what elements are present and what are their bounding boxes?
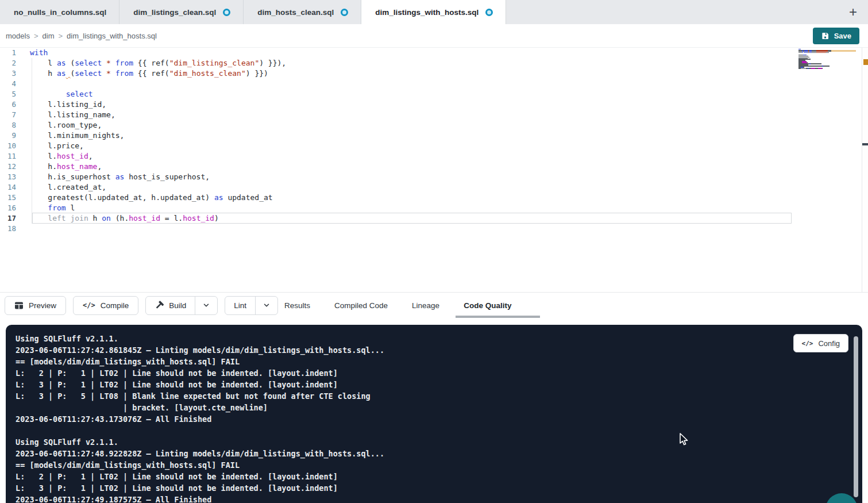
breadcrumb-item[interactable]: dim: [43, 32, 55, 40]
breadcrumb-item[interactable]: dim_listings_with_hosts.sql: [67, 32, 157, 40]
line-number: 11: [0, 151, 23, 162]
terminal-line: Using SQLFluff v2.1.1.: [16, 333, 839, 344]
line-number: 4: [0, 79, 23, 89]
line-number: 15: [0, 193, 23, 203]
lint-button[interactable]: Lint: [225, 297, 255, 314]
code-text: l.listing_name,: [23, 110, 115, 120]
editor-line: 1with: [0, 48, 868, 58]
terminal-scrollbar[interactable]: [854, 336, 858, 497]
code-text: h.host_name,: [23, 162, 102, 172]
file-tab[interactable]: no_nulls_in_columns.sql: [0, 0, 119, 24]
file-tab[interactable]: dim_listings_with_hosts.sql: [361, 0, 506, 24]
code-text: h.is_superhost as host_is_superhost,: [23, 172, 210, 182]
code-text: l.room_type,: [23, 120, 102, 130]
compile-button[interactable]: </> Compile: [73, 296, 138, 315]
line-number: 1: [0, 48, 23, 58]
line-number: 10: [0, 141, 23, 151]
editor-line: 4: [0, 79, 868, 89]
line-number: 2: [0, 58, 23, 68]
terminal-line: | bracket. [layout.cte_newline]: [16, 402, 839, 413]
indent-guide: [32, 58, 32, 224]
code-brackets-icon: </>: [83, 301, 95, 309]
new-tab-button[interactable]: +: [843, 0, 863, 24]
terminal-line: L: 3 | P: 1 | LT02 | Line should not be …: [16, 482, 839, 494]
editor-line: 7 l.listing_name,: [0, 110, 868, 120]
lint-button-group: Lint: [225, 296, 278, 315]
editor-line: 11 l.host_id,: [0, 151, 868, 162]
code-text: select: [23, 89, 93, 99]
minimap-line: [798, 50, 856, 52]
line-number: 7: [0, 110, 23, 120]
terminal-line: L: 3 | P: 1 | LT02 | Line should not be …: [16, 379, 839, 390]
terminal-output: Using SQLFluff v2.1.1.2023-06-06T11:27:4…: [16, 333, 839, 503]
code-text: h as (select * from {{ ref("dim_hosts_cl…: [23, 68, 268, 79]
line-number: 6: [0, 99, 23, 110]
terminal-line: L: 3 | P: 5 | LT08 | Blank line expected…: [16, 390, 839, 402]
code-editor[interactable]: 1with2 l as (select * from {{ ref("dim_l…: [0, 47, 868, 292]
lint-terminal: Using SQLFluff v2.1.1.2023-06-06T11:27:4…: [6, 325, 862, 503]
build-button[interactable]: Build: [146, 297, 195, 314]
result-tab-code-quality[interactable]: Code Quality: [456, 293, 519, 318]
unsaved-changes-icon: [341, 9, 348, 16]
preview-table-icon: [14, 301, 24, 310]
breadcrumb-item[interactable]: models: [6, 32, 30, 40]
line-number: 13: [0, 172, 23, 182]
file-tab-label: no_nulls_in_columns.sql: [14, 8, 106, 17]
breadcrumb-separator-icon: >: [34, 32, 38, 40]
cursor-position-marker: [862, 143, 868, 145]
code-text: l.listing_id,: [23, 99, 106, 110]
code-text: left join h on (h.host_id = l.host_id): [23, 213, 219, 224]
chevron-down-icon: [263, 301, 271, 309]
minimap[interactable]: [798, 49, 856, 70]
unsaved-changes-icon: [223, 9, 230, 16]
result-tab-results[interactable]: Results: [276, 293, 318, 318]
build-button-group: Build: [145, 296, 218, 315]
terminal-line: 2023-06-06T11:27:48.922828Z — Linting mo…: [16, 448, 839, 459]
file-tab-label: dim_hosts_clean.sql: [257, 8, 334, 17]
warning-marker: [863, 59, 868, 65]
editor-line: 9 l.minimum_nights,: [0, 130, 868, 141]
code-text: l as (select * from {{ ref("dim_listings…: [23, 58, 286, 68]
file-tab[interactable]: dim_listings_clean.sql: [119, 0, 244, 24]
breadcrumb-bar: models>dim>dim_listings_with_hosts.sql S…: [0, 24, 868, 47]
editor-line: 18: [0, 224, 868, 234]
preview-button[interactable]: Preview: [5, 296, 66, 315]
editor-line: 13 h.is_superhost as host_is_superhost,: [0, 172, 868, 182]
editor-lines: 1with2 l as (select * from {{ ref("dim_l…: [0, 48, 868, 234]
editor-line: 15 greatest(l.updated_at, h.updated_at) …: [0, 193, 868, 203]
ide-window: no_nulls_in_columns.sqldim_listings_clea…: [0, 0, 868, 503]
code-text: l.host_id,: [23, 151, 93, 162]
lint-dropdown-button[interactable]: [255, 297, 277, 314]
breadcrumb: models>dim>dim_listings_with_hosts.sql: [6, 32, 157, 40]
editor-line: 16 from l: [0, 203, 868, 213]
build-dropdown-button[interactable]: [195, 297, 217, 314]
chevron-down-icon: [202, 301, 210, 309]
code-text: [23, 79, 30, 89]
config-button[interactable]: </> Config: [793, 334, 848, 352]
line-number: 12: [0, 162, 23, 172]
code-text: [23, 224, 30, 234]
editor-line: 3 h as (select * from {{ ref("dim_hosts_…: [0, 68, 868, 79]
file-tab-label: dim_listings_clean.sql: [133, 8, 216, 17]
file-tabs-container: no_nulls_in_columns.sqldim_listings_clea…: [0, 0, 506, 24]
editor-line: 6 l.listing_id,: [0, 99, 868, 110]
line-number: 14: [0, 182, 23, 193]
line-number: 18: [0, 224, 23, 234]
editor-line: 12 h.host_name,: [0, 162, 868, 172]
code-text: from l: [23, 203, 75, 213]
terminal-line: Using SQLFluff v2.1.1.: [16, 436, 839, 448]
editor-line: 8 l.room_type,: [0, 120, 868, 130]
terminal-line: == [models/dim/dim_listings_with_hosts.s…: [16, 356, 839, 367]
file-tab-label: dim_listings_with_hosts.sql: [375, 8, 479, 17]
unsaved-changes-icon: [485, 9, 493, 16]
save-button[interactable]: Save: [813, 28, 859, 44]
line-number: 8: [0, 120, 23, 130]
file-tab-bar: no_nulls_in_columns.sqldim_listings_clea…: [0, 0, 868, 24]
line-number: 9: [0, 130, 23, 141]
editor-line: 14 l.created_at,: [0, 182, 868, 193]
line-number: 5: [0, 89, 23, 99]
result-tab-lineage[interactable]: Lineage: [404, 293, 447, 318]
result-tab-compiled-code[interactable]: Compiled Code: [326, 293, 396, 318]
terminal-line: 2023-06-06T11:27:43.173076Z — All Finish…: [16, 413, 839, 425]
file-tab[interactable]: dim_hosts_clean.sql: [244, 0, 361, 24]
